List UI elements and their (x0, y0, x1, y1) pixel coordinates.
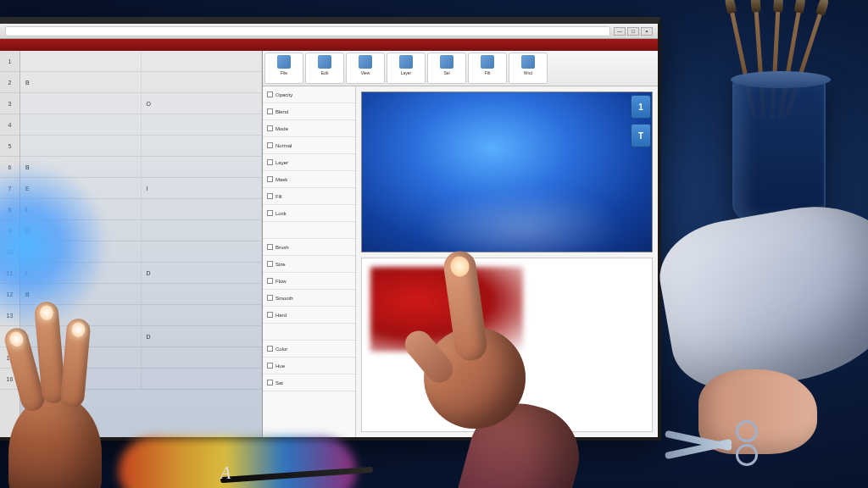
prop-item[interactable]: Flow (263, 273, 355, 290)
cell[interactable] (142, 220, 263, 241)
cell[interactable] (142, 72, 263, 92)
scissors (665, 420, 766, 471)
prop-item[interactable]: Sat (263, 374, 355, 391)
checkbox-icon[interactable] (267, 176, 273, 182)
prop-item[interactable]: Hard (263, 307, 355, 324)
prop-item[interactable]: Lock (263, 205, 355, 222)
cell[interactable] (20, 136, 142, 156)
property-panel: Opacity Blend Mode Normal Layer Mask Fil… (263, 86, 356, 437)
prop-item[interactable]: Normal (263, 137, 355, 154)
cell[interactable] (142, 305, 263, 325)
cell[interactable] (20, 93, 142, 114)
prop-item[interactable]: Brush (263, 239, 355, 256)
prop-item[interactable]: Fill (263, 188, 355, 205)
row-header[interactable]: 7 (0, 178, 19, 199)
side-button-top[interactable]: 1 (631, 95, 651, 119)
cell[interactable]: D (142, 326, 263, 347)
checkbox-icon[interactable] (267, 210, 273, 216)
checkbox-icon[interactable] (267, 142, 273, 148)
row-header[interactable]: 6 (0, 157, 19, 178)
cell[interactable] (142, 199, 263, 219)
row-header[interactable]: 2 (0, 72, 19, 93)
cell[interactable] (20, 114, 142, 135)
tool-icon (440, 55, 453, 69)
tool-group[interactable]: File (264, 53, 303, 84)
cell[interactable] (142, 369, 263, 389)
side-button-bottom[interactable]: T (631, 124, 651, 147)
cell[interactable]: I (142, 178, 263, 198)
window-controls: — □ × (614, 27, 653, 36)
checkbox-icon[interactable] (267, 244, 273, 250)
editor-toolbar: File Edit View Layer Sel Filt Wnd (263, 51, 658, 86)
checkbox-icon[interactable] (267, 261, 273, 267)
row-header[interactable]: 1 (0, 51, 19, 72)
tool-icon (521, 55, 535, 69)
address-bar[interactable] (5, 26, 610, 36)
row-header[interactable]: 4 (0, 114, 19, 136)
prop-item[interactable]: Opacity (263, 86, 355, 103)
checkbox-icon[interactable] (267, 278, 273, 284)
maximize-button[interactable]: □ (627, 27, 639, 36)
prop-item[interactable]: Smooth (263, 290, 355, 307)
checkbox-icon[interactable] (267, 92, 273, 97)
checkbox-icon[interactable] (267, 363, 273, 369)
ribbon-tab[interactable] (5, 42, 10, 49)
cell[interactable] (142, 157, 263, 177)
canvas-side-buttons: 1 T (631, 95, 651, 147)
tool-group[interactable]: View (346, 53, 385, 84)
checkbox-icon[interactable] (267, 159, 273, 165)
checkbox-icon[interactable] (267, 295, 273, 301)
prop-item[interactable]: Hue (263, 358, 355, 374)
checkbox-icon[interactable] (267, 125, 273, 131)
cell[interactable]: B (20, 72, 142, 92)
prop-item[interactable]: Layer (263, 154, 355, 171)
prop-item[interactable] (263, 222, 355, 239)
checkbox-icon[interactable] (267, 193, 273, 199)
tool-group[interactable]: Sel (427, 53, 466, 84)
tool-icon (399, 55, 413, 69)
cell[interactable]: I (20, 199, 142, 219)
cell[interactable] (142, 136, 263, 156)
checkbox-icon[interactable] (267, 346, 273, 352)
row-header[interactable]: 5 (0, 136, 19, 157)
checkbox-icon[interactable] (267, 380, 273, 385)
cell[interactable] (20, 51, 142, 71)
cell[interactable]: B (20, 157, 142, 177)
cell[interactable] (142, 51, 263, 71)
tool-group[interactable]: Layer (387, 53, 426, 84)
brush-jar (732, 76, 826, 220)
checkbox-icon[interactable] (267, 108, 273, 114)
row-header[interactable]: 9 (0, 220, 19, 241)
cell[interactable] (142, 114, 263, 135)
cell[interactable] (20, 241, 142, 262)
tool-group[interactable]: Edit (305, 53, 344, 84)
prop-item[interactable]: Blend (263, 103, 355, 120)
cloud-texture (420, 188, 622, 252)
cell[interactable] (142, 284, 263, 304)
prop-item[interactable]: Mask (263, 171, 355, 188)
cell[interactable]: E (20, 178, 142, 198)
ribbon-bar (0, 39, 658, 51)
right-hand-pointing (356, 251, 593, 488)
checkbox-icon[interactable] (267, 312, 273, 318)
prop-item[interactable] (263, 324, 355, 341)
row-header[interactable]: 8 (0, 199, 19, 220)
prop-item[interactable]: Size (263, 256, 355, 273)
row-header[interactable]: 3 (0, 93, 19, 114)
cell[interactable] (142, 241, 263, 262)
cell[interactable]: D (20, 220, 142, 241)
cell[interactable]: O (142, 93, 263, 114)
cell[interactable] (142, 347, 263, 368)
tool-icon (359, 55, 372, 69)
tool-group[interactable]: Filt (468, 53, 507, 84)
row-header[interactable]: 10 (0, 241, 19, 263)
corner-logo: A (220, 463, 231, 483)
prop-item[interactable]: Color (263, 341, 355, 358)
prop-item[interactable]: Mode (263, 120, 355, 137)
canvas-preview[interactable] (361, 92, 653, 252)
cell[interactable]: D (142, 263, 263, 283)
tool-group[interactable]: Wnd (509, 53, 548, 84)
close-button[interactable]: × (641, 27, 653, 36)
window-titlebar: — □ × (0, 24, 658, 39)
minimize-button[interactable]: — (614, 27, 626, 36)
